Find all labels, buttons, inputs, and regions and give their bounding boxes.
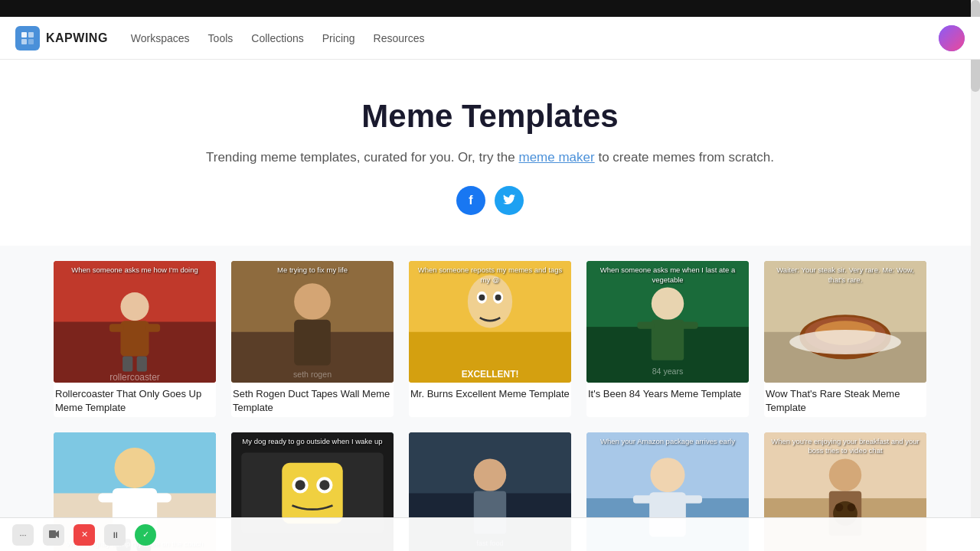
- meme-overlay-10: When you're enjoying your breakfast and …: [769, 437, 922, 456]
- social-buttons: f: [15, 186, 965, 215]
- svg-point-53: [319, 480, 329, 490]
- close-button[interactable]: ✕: [74, 524, 95, 546]
- svg-rect-43: [98, 493, 116, 502]
- meme-card-1[interactable]: When someone asks me how I'm doing rolle…: [54, 261, 216, 416]
- meme-card-4[interactable]: When someone asks me when I last ate a v…: [586, 261, 749, 416]
- nav-resources[interactable]: Resources: [374, 32, 425, 44]
- dots-icon: ···: [19, 530, 26, 540]
- logo-text: KAPWING: [46, 31, 108, 45]
- meme-grid-row1: When someone asks me how I'm doing rolle…: [54, 261, 926, 416]
- description-start: Trending meme templates, curated for you…: [206, 150, 515, 165]
- dots-button[interactable]: ···: [12, 524, 34, 546]
- description-end: to create memes from scratch.: [598, 150, 774, 165]
- svg-rect-31: [681, 322, 698, 329]
- svg-point-28: [652, 288, 684, 320]
- meme-overlay-7: My dog ready to go outside when I wake u…: [236, 437, 389, 446]
- svg-rect-0: [21, 32, 27, 37]
- svg-point-70: [835, 503, 844, 511]
- pause-icon: ⏸: [111, 530, 119, 540]
- scrollbar[interactable]: [971, 0, 980, 551]
- meme-title-5: Wow That's Rare Steak Meme Template: [764, 383, 926, 416]
- svg-point-15: [294, 283, 331, 320]
- page-title: Meme Templates: [15, 98, 965, 135]
- svg-rect-72: [49, 530, 56, 538]
- hero-section: Meme Templates Trending meme templates, …: [0, 60, 980, 246]
- meme-title-4: It's Been 84 Years Meme Template: [586, 383, 749, 403]
- meme-overlay-9: When your Amazon package arrives early: [591, 437, 744, 446]
- avatar-image: [939, 25, 965, 51]
- close-icon: ✕: [81, 530, 88, 540]
- svg-point-61: [650, 458, 684, 492]
- meme-thumbnail-2: Me trying to fix my life seth rogen: [231, 261, 394, 383]
- svg-text:rollercoaster: rollercoaster: [109, 373, 160, 383]
- svg-point-24: [495, 295, 501, 301]
- meme-thumbnail-5: Waiter: Your steak sir. Very rare. Me: W…: [764, 261, 926, 383]
- bottom-bar: ··· ✕ ⏸ ✓: [0, 517, 980, 551]
- svg-point-38: [789, 330, 901, 354]
- svg-rect-30: [637, 322, 655, 329]
- svg-rect-1: [28, 32, 34, 37]
- svg-text:seth rogen: seth rogen: [293, 370, 332, 380]
- svg-rect-7: [120, 321, 149, 356]
- svg-rect-9: [146, 324, 161, 332]
- svg-point-23: [479, 295, 485, 301]
- svg-point-41: [115, 447, 155, 487]
- facebook-icon: f: [469, 194, 472, 207]
- top-bar: [0, 0, 980, 17]
- svg-rect-49: [282, 462, 343, 523]
- avatar[interactable]: [939, 25, 965, 51]
- svg-rect-3: [28, 39, 34, 44]
- svg-rect-29: [652, 320, 684, 360]
- svg-rect-10: [122, 357, 132, 372]
- nav-workspaces[interactable]: Workspaces: [131, 32, 190, 44]
- check-icon: ✓: [142, 530, 149, 540]
- navigation: KAPWING Workspaces Tools Collections Pri…: [0, 17, 980, 60]
- svg-point-6: [120, 292, 149, 321]
- svg-point-56: [474, 458, 506, 491]
- svg-rect-64: [683, 495, 702, 504]
- svg-rect-44: [153, 493, 172, 502]
- meme-title-2: Seth Rogen Duct Tapes Wall Meme Template: [231, 383, 394, 416]
- svg-text:84 years: 84 years: [652, 367, 684, 377]
- nav-collections[interactable]: Collections: [251, 32, 303, 44]
- nav-links: Workspaces Tools Collections Pricing Res…: [131, 32, 939, 44]
- hero-description: Trending meme templates, curated for you…: [15, 147, 965, 168]
- meme-title-3: Mr. Burns Excellent Meme Template: [409, 383, 571, 403]
- pause-button[interactable]: ⏸: [104, 524, 126, 546]
- meme-grid-section: When someone asks me how I'm doing rolle…: [38, 261, 942, 551]
- svg-rect-11: [137, 357, 147, 372]
- meme-overlay-5: Waiter: Your steak sir. Very rare. Me: W…: [769, 266, 922, 285]
- svg-rect-63: [633, 495, 652, 504]
- nav-tools[interactable]: Tools: [208, 32, 234, 44]
- meme-overlay-3: When someone reposts my memes and tags m…: [413, 266, 567, 285]
- svg-rect-2: [21, 39, 27, 44]
- meme-overlay-1: When someone asks me how I'm doing: [58, 266, 211, 275]
- meme-thumbnail-1: When someone asks me how I'm doing rolle…: [54, 261, 216, 383]
- twitter-icon: [503, 194, 515, 207]
- svg-point-67: [829, 458, 861, 491]
- check-button[interactable]: ✓: [135, 524, 156, 546]
- nav-pricing[interactable]: Pricing: [322, 32, 355, 44]
- twitter-button[interactable]: [495, 186, 524, 215]
- meme-thumbnail-4: When someone asks me when I last ate a v…: [586, 261, 749, 383]
- meme-maker-link[interactable]: meme maker: [519, 150, 595, 165]
- facebook-button[interactable]: f: [456, 186, 485, 215]
- logo-link[interactable]: KAPWING: [15, 26, 108, 51]
- svg-point-71: [848, 503, 856, 511]
- video-icon: [48, 529, 59, 541]
- video-button[interactable]: [43, 524, 64, 546]
- svg-text:EXCELLENT!: EXCELLENT!: [462, 370, 519, 380]
- meme-card-3[interactable]: When someone reposts my memes and tags m…: [409, 261, 571, 416]
- meme-overlay-4: When someone asks me when I last ate a v…: [591, 266, 744, 285]
- meme-card-5[interactable]: Waiter: Your steak sir. Very rare. Me: W…: [764, 261, 926, 416]
- logo-icon: [15, 26, 40, 51]
- svg-rect-8: [109, 324, 124, 332]
- meme-title-1: Rollercoaster That Only Goes Up Meme Tem…: [54, 383, 216, 416]
- meme-thumbnail-3: When someone reposts my memes and tags m…: [409, 261, 571, 383]
- meme-card-2[interactable]: Me trying to fix my life seth rogen Seth…: [231, 261, 394, 416]
- svg-rect-16: [294, 320, 331, 366]
- meme-overlay-2: Me trying to fix my life: [236, 266, 389, 275]
- svg-point-52: [295, 480, 305, 490]
